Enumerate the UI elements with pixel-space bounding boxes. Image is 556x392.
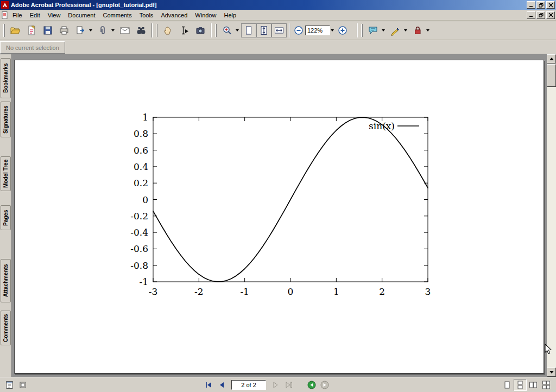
document-restore-button[interactable]	[536, 11, 545, 19]
print-button[interactable]	[56, 23, 72, 38]
svg-text:-1: -1	[139, 276, 148, 287]
vertical-scrollbar[interactable]	[547, 54, 556, 377]
menu-tools[interactable]: Tools	[136, 10, 157, 20]
menu-document[interactable]: Document	[64, 10, 99, 20]
svg-text:-0.4: -0.4	[130, 227, 148, 238]
single-page-layout-icon	[503, 381, 511, 389]
nav-tab-comments[interactable]: Comments	[1, 311, 11, 345]
menu-window[interactable]: Window	[191, 10, 220, 20]
print-icon	[59, 25, 70, 36]
svg-text:-0.2: -0.2	[130, 211, 148, 222]
toolbar-separator	[211, 23, 212, 37]
page-number-input[interactable]	[231, 380, 266, 390]
snapshot-button[interactable]	[192, 23, 208, 38]
nav-tab-bookmarks[interactable]: Bookmarks	[1, 58, 11, 98]
first-page-button[interactable]	[202, 379, 215, 391]
previous-page-button[interactable]	[215, 379, 228, 391]
continuous-layout-button[interactable]	[514, 379, 527, 391]
attach-button[interactable]	[94, 23, 111, 38]
save-button[interactable]	[40, 23, 56, 38]
nav-tab-pages[interactable]: Pages	[1, 205, 11, 230]
sign-button[interactable]	[387, 23, 403, 38]
review-comment-dropdown-arrow[interactable]	[382, 29, 385, 31]
mouse-cursor	[545, 344, 552, 355]
last-page-button[interactable]	[282, 379, 295, 391]
menu-file[interactable]: File	[9, 10, 26, 20]
menu-advanced[interactable]: Advanced	[157, 10, 191, 20]
email-button[interactable]	[117, 23, 133, 38]
single-page-layout-button[interactable]	[501, 379, 514, 391]
menu-bar: File Edit View Document Comments Tools A…	[0, 10, 556, 21]
document-status-icon	[5, 381, 14, 389]
next-view-button[interactable]	[318, 379, 331, 391]
acrobat-app-icon	[1, 1, 9, 9]
facing-layout-button[interactable]	[527, 379, 540, 391]
scroll-down-button[interactable]	[547, 368, 556, 377]
zoom-tool-dropdown-arrow[interactable]	[236, 29, 239, 31]
nav-tab-signatures[interactable]: Signatures	[1, 102, 11, 137]
svg-text:0: 0	[288, 286, 294, 297]
zoom-out-button[interactable]	[292, 23, 305, 38]
sign-dropdown-arrow[interactable]	[404, 29, 407, 31]
menu-comments[interactable]: Comments	[99, 10, 136, 20]
toolbar-grip[interactable]	[361, 24, 363, 37]
attach-dropdown-arrow[interactable]	[111, 29, 115, 31]
fit-page-button[interactable]	[256, 23, 271, 37]
secure-button[interactable]	[409, 23, 426, 38]
document-close-button[interactable]	[546, 11, 555, 19]
hand-tool-button[interactable]	[160, 23, 176, 38]
svg-text:1: 1	[142, 112, 148, 123]
email-icon	[119, 25, 130, 36]
scroll-down-icon	[549, 371, 554, 374]
menu-view[interactable]: View	[44, 10, 65, 20]
document-minimize-button[interactable]	[527, 11, 535, 19]
svg-text:sin(x): sin(x)	[369, 121, 395, 131]
select-text-button[interactable]	[176, 23, 192, 38]
selection-bar: No current selection	[0, 40, 556, 54]
main-area: Bookmarks Signatures Model Tree Pages At…	[0, 54, 556, 377]
menu-edit[interactable]: Edit	[26, 10, 44, 20]
fit-width-button[interactable]	[271, 23, 287, 37]
export-button[interactable]	[72, 23, 89, 38]
next-page-button[interactable]	[269, 379, 282, 391]
scroll-up-icon	[549, 58, 554, 60]
open-button[interactable]	[7, 23, 23, 38]
document-status-button[interactable]	[3, 379, 16, 391]
continuous-facing-layout-button[interactable]	[540, 379, 553, 391]
page-view-options-button[interactable]	[16, 379, 29, 391]
toolbar-grip[interactable]	[156, 24, 157, 37]
pdf-document-icon[interactable]	[1, 11, 9, 19]
svg-text:-0.8: -0.8	[130, 260, 148, 271]
svg-text:-1: -1	[240, 286, 249, 297]
navigation-tab-strip: Bookmarks Signatures Model Tree Pages At…	[0, 54, 12, 377]
attach-icon	[97, 25, 108, 36]
secure-dropdown-arrow[interactable]	[426, 29, 429, 31]
review-comment-icon	[368, 25, 378, 36]
document-canvas: -3-2-1012310.80.60.40.20-0.2-0.4-0.6-0.8…	[12, 54, 556, 377]
nav-tab-attachments[interactable]: Attachments	[1, 259, 11, 302]
zoom-level-input[interactable]	[305, 26, 330, 35]
window-close-button[interactable]	[546, 1, 555, 9]
menu-help[interactable]: Help	[220, 10, 240, 20]
scrollbar-thumb[interactable]	[547, 64, 556, 87]
zoom-tool-button[interactable]	[219, 23, 235, 38]
scroll-up-button[interactable]	[547, 54, 556, 64]
create-pdf-button[interactable]	[23, 23, 40, 38]
previous-view-button[interactable]	[305, 379, 318, 391]
search-button[interactable]	[133, 23, 149, 38]
next-page-icon	[271, 381, 280, 389]
status-bar	[0, 377, 556, 392]
zoom-in-button[interactable]	[336, 23, 349, 38]
window-restore-button[interactable]	[536, 1, 545, 9]
zoom-level-dropdown-arrow[interactable]	[331, 29, 334, 31]
nav-tab-model-tree[interactable]: Model Tree	[1, 156, 11, 191]
toolbar-grip[interactable]	[215, 24, 217, 37]
export-dropdown-arrow[interactable]	[89, 29, 92, 31]
actual-size-button[interactable]	[241, 23, 256, 37]
toolbar-grip[interactable]	[3, 24, 5, 37]
review-comment-button[interactable]	[365, 23, 381, 38]
window-minimize-button[interactable]	[527, 1, 535, 9]
page-layout-group	[501, 379, 553, 391]
mdi-window-controls	[526, 11, 555, 19]
zoom-in-icon	[337, 25, 348, 36]
